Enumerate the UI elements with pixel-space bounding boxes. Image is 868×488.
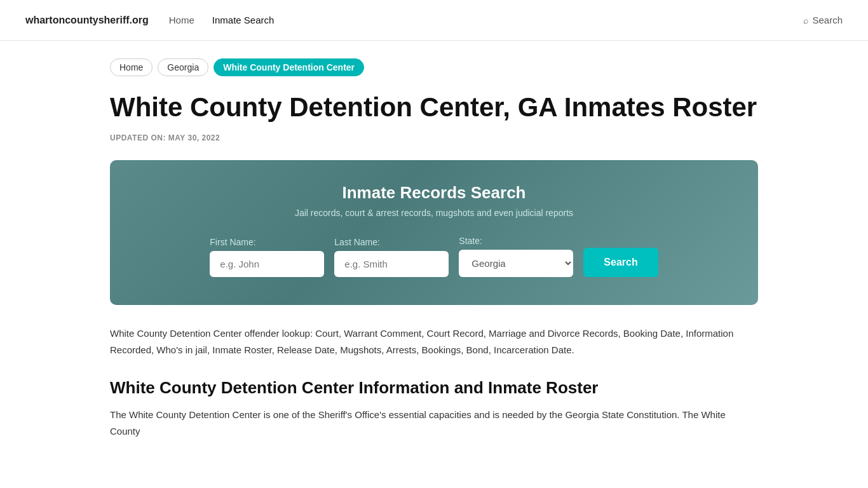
- search-panel: Inmate Records Search Jail records, cour…: [110, 160, 758, 305]
- search-button[interactable]: Search: [583, 248, 658, 277]
- state-group: State: AlabamaAlaskaArizonaArkansasCalif…: [459, 236, 573, 277]
- body-text: White County Detention Center offender l…: [110, 325, 758, 358]
- breadcrumb-current: White County Detention Center: [214, 58, 364, 76]
- section-title: White County Detention Center Informatio…: [110, 378, 758, 398]
- state-select[interactable]: AlabamaAlaskaArizonaArkansasCaliforniaCo…: [459, 250, 573, 277]
- nav-search-label: Search: [812, 15, 843, 25]
- nav-item-home[interactable]: Home: [169, 15, 194, 26]
- search-panel-subtitle: Jail records, court & arrest records, mu…: [140, 208, 728, 218]
- search-panel-title: Inmate Records Search: [140, 183, 728, 203]
- nav-search-button[interactable]: ⌕ Search: [803, 15, 843, 25]
- last-name-group: Last Name:: [334, 237, 449, 277]
- last-name-input[interactable]: [334, 251, 449, 277]
- nav-brand[interactable]: whartoncountysheriff.org: [25, 15, 149, 26]
- navbar: whartoncountysheriff.org Home Inmate Sea…: [0, 0, 868, 41]
- search-icon: ⌕: [803, 15, 808, 25]
- last-name-label: Last Name:: [334, 237, 449, 247]
- first-name-label: First Name:: [210, 237, 324, 247]
- nav-item-inmate-search[interactable]: Inmate Search: [212, 15, 275, 26]
- state-label: State:: [459, 236, 573, 246]
- breadcrumb-home[interactable]: Home: [110, 58, 153, 76]
- nav-menu: Home Inmate Search: [169, 15, 783, 26]
- section-body: The White County Detention Center is one…: [110, 407, 758, 439]
- first-name-input[interactable]: [210, 251, 324, 277]
- updated-label: UPDATED ON: MAY 30, 2022: [110, 133, 758, 142]
- search-form: First Name: Last Name: State: AlabamaAla…: [140, 236, 728, 277]
- first-name-group: First Name:: [210, 237, 324, 277]
- breadcrumb: Home Georgia White County Detention Cent…: [110, 58, 758, 76]
- main-content: Home Georgia White County Detention Cent…: [85, 41, 783, 477]
- page-title: White County Detention Center, GA Inmate…: [110, 92, 758, 123]
- breadcrumb-georgia[interactable]: Georgia: [158, 58, 208, 76]
